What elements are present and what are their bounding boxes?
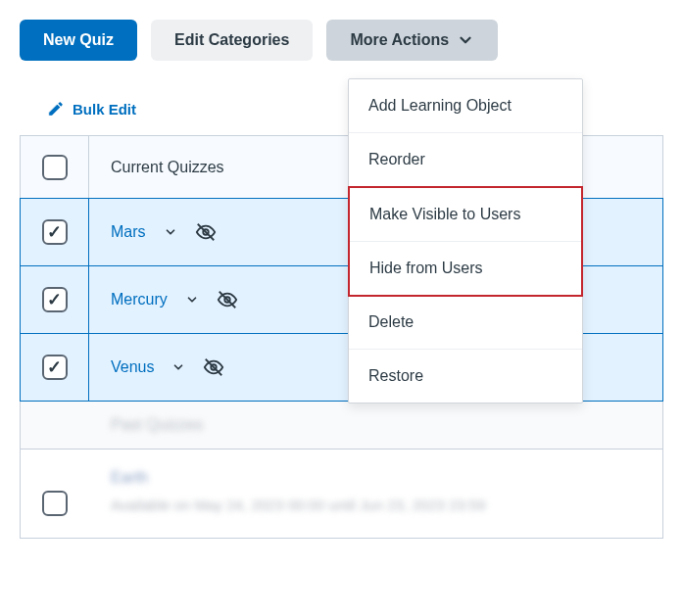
more-actions-dropdown: Add Learning Object Reorder Make Visible…	[348, 78, 583, 403]
row-checkbox[interactable]	[42, 219, 68, 245]
button-label: New Quiz	[43, 31, 114, 49]
dropdown-item-hide-from-users[interactable]: Hide from Users	[350, 242, 581, 295]
toolbar: New Quiz Edit Categories More Actions	[20, 20, 663, 61]
past-quiz-content: Earth Available on May 24, 2023 00:00 un…	[89, 469, 662, 513]
availability-text: Available on May 24, 2023 00:00 until Ju…	[111, 497, 662, 513]
dropdown-item-add-learning-object[interactable]: Add Learning Object	[349, 79, 582, 133]
dropdown-item-delete[interactable]: Delete	[349, 296, 582, 350]
row-checkbox[interactable]	[42, 491, 68, 516]
eye-hidden-icon[interactable]	[195, 221, 217, 243]
dropdown-item-restore[interactable]: Restore	[349, 350, 582, 403]
select-all-checkbox[interactable]	[42, 155, 68, 180]
row-checkbox[interactable]	[42, 287, 68, 312]
past-section-header: Past Quizzes	[21, 401, 662, 450]
button-label: More Actions	[350, 31, 449, 49]
column-header-name: Current Quizzes	[89, 159, 224, 176]
chevron-down-icon[interactable]	[164, 225, 177, 239]
checkbox-cell	[21, 334, 89, 401]
bulk-edit-link[interactable]: Bulk Edit	[47, 100, 136, 118]
quiz-name-link[interactable]: Earth	[111, 469, 148, 487]
dropdown-item-make-visible[interactable]: Make Visible to Users	[350, 188, 581, 242]
checkbox-cell	[21, 199, 89, 265]
quiz-name-link[interactable]: Venus	[111, 358, 154, 376]
pencil-icon	[47, 100, 65, 118]
row-checkbox[interactable]	[42, 355, 68, 380]
checkbox-cell	[21, 469, 89, 538]
button-label: Edit Categories	[174, 31, 289, 49]
more-actions-button[interactable]: More Actions	[326, 20, 498, 61]
edit-categories-button[interactable]: Edit Categories	[151, 20, 313, 61]
new-quiz-button[interactable]: New Quiz	[20, 20, 137, 61]
table-row: Earth Available on May 24, 2023 00:00 un…	[21, 450, 662, 538]
quiz-name-link[interactable]: Mercury	[111, 291, 168, 308]
checkbox-cell	[21, 266, 89, 333]
eye-hidden-icon[interactable]	[203, 356, 224, 378]
select-all-cell	[21, 136, 89, 198]
chevron-down-icon	[457, 31, 474, 49]
past-section-label: Past Quizzes	[111, 416, 203, 434]
chevron-down-icon[interactable]	[185, 293, 199, 307]
bulk-edit-label: Bulk Edit	[73, 101, 136, 118]
chevron-down-icon[interactable]	[171, 360, 185, 374]
dropdown-highlight-group: Make Visible to Users Hide from Users	[348, 186, 583, 297]
dropdown-item-reorder[interactable]: Reorder	[349, 133, 582, 187]
eye-hidden-icon[interactable]	[217, 289, 238, 310]
quiz-name-link[interactable]: Mars	[111, 223, 146, 241]
